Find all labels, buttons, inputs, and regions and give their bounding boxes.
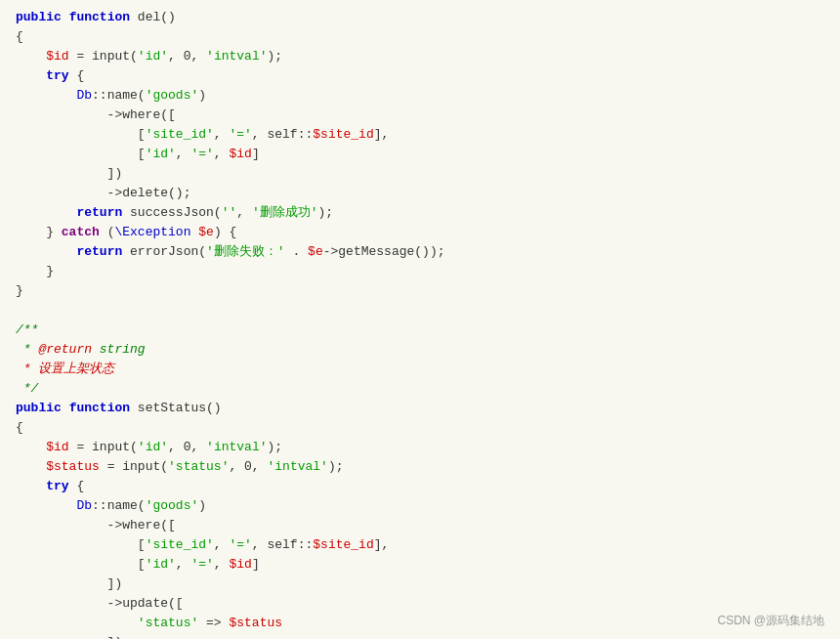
watermark: CSDN @源码集结地	[717, 612, 824, 629]
code-line: $id = input('id', 0, 'intval');	[0, 47, 840, 66]
code-line: try {	[0, 66, 840, 86]
code-line: ->where([	[0, 106, 840, 125]
code-line: public function setStatus()	[0, 399, 840, 418]
code-line: ['site_id', '=', self::$site_id],	[0, 125, 840, 145]
code-line: ])	[0, 164, 840, 184]
code-line: {	[0, 418, 840, 438]
code-line: ['id', '=', $id]	[0, 145, 840, 164]
code-line: /**	[0, 320, 840, 340]
code-line: ])	[0, 575, 840, 594]
code-line: ]);	[0, 633, 840, 639]
code-line: 'status' => $status	[0, 614, 840, 633]
code-line: Db::name('goods')	[0, 86, 840, 106]
code-line: return errorJson('删除失败：' . $e->getMessag…	[0, 242, 840, 262]
code-line: */	[0, 379, 840, 399]
code-line: ->where([	[0, 516, 840, 535]
code-line: ->delete();	[0, 184, 840, 203]
code-line: ['id', '=', $id]	[0, 555, 840, 575]
code-line	[0, 301, 840, 320]
code-line: }	[0, 281, 840, 301]
code-line: public function del()	[0, 8, 840, 27]
code-line: } catch (\Exception $e) {	[0, 223, 840, 242]
code-line: * 设置上架状态	[0, 360, 840, 379]
code-line: ['site_id', '=', self::$site_id],	[0, 535, 840, 555]
code-editor: public function del(){ $id = input('id',…	[0, 0, 840, 639]
code-line: try {	[0, 477, 840, 496]
code-line: $id = input('id', 0, 'intval');	[0, 438, 840, 457]
code-line: * @return string	[0, 340, 840, 360]
code-line: return successJson('', '删除成功');	[0, 203, 840, 223]
code-line: ->update([	[0, 594, 840, 614]
code-line: {	[0, 27, 840, 47]
code-line: }	[0, 262, 840, 281]
code-line: Db::name('goods')	[0, 496, 840, 516]
code-line: $status = input('status', 0, 'intval');	[0, 457, 840, 477]
